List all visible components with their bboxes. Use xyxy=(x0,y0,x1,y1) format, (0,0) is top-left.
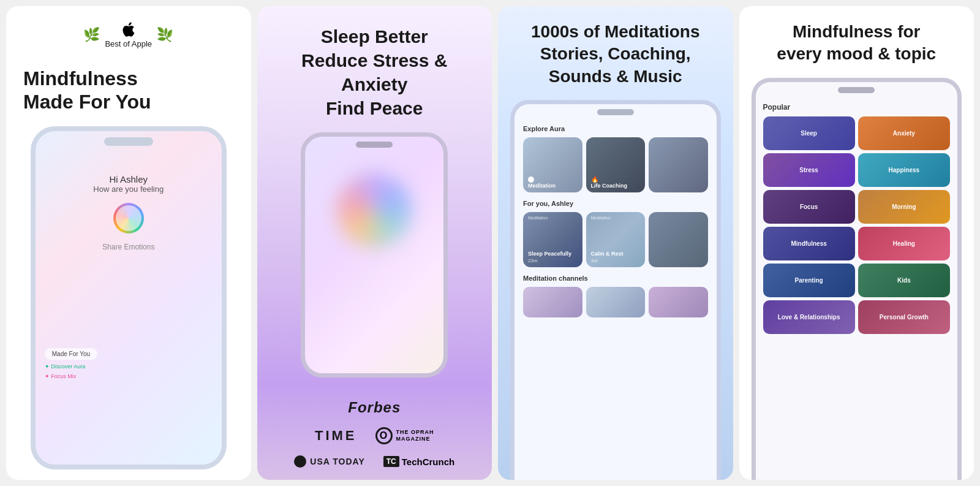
phone-notch-1 xyxy=(104,137,153,146)
explore-label: Explore Aura xyxy=(523,125,708,132)
phone-bottom-nav: Made For You ✦ Discover Aura ✦ Focus Mix xyxy=(36,342,222,465)
calm-type-label: Meditation xyxy=(591,216,611,220)
topic-card-kids[interactable]: Kids xyxy=(858,264,950,297)
explore-section: Explore Aura Meditation 🔥 Life Coaching … xyxy=(523,125,708,317)
panel-4: Mindfulness for every mood & topic Popul… xyxy=(739,6,974,480)
coaching-flame-icon: 🔥 xyxy=(591,176,598,183)
calm-card: Meditation Calm & Rest 3m xyxy=(586,212,646,267)
phone-notch-4 xyxy=(838,87,875,93)
panel-3: 1000s of Meditations Stories, Coaching, … xyxy=(498,6,733,480)
panel-1: 🌿 Best of Apple 🌿 Mindfulness Made For Y… xyxy=(6,6,251,480)
calm-title: Calm & Rest xyxy=(591,251,624,257)
sleep-card: Meditation Sleep Peacefully 23m xyxy=(523,212,582,267)
aura-glow xyxy=(337,173,411,247)
panel-3-headline: 1000s of Meditations Stories, Coaching, … xyxy=(510,21,721,88)
topic-card-love-&-relationships[interactable]: Love & Relationships xyxy=(763,300,855,334)
sleep-type-label: Meditation xyxy=(528,216,548,220)
phone-notch-3 xyxy=(597,109,634,115)
channel-card-3 xyxy=(649,287,708,317)
topic-card-personal-growth[interactable]: Personal Growth xyxy=(858,300,950,334)
explore-cards-row: Meditation 🔥 Life Coaching xyxy=(523,137,708,192)
greeting-text: Hi Ashley xyxy=(93,174,164,184)
for-you-cards-row: Meditation Sleep Peacefully 23m Meditati… xyxy=(523,212,708,267)
usa-dot-icon xyxy=(294,455,306,468)
discover-aura-pill: ✦ Discover Aura xyxy=(45,363,213,370)
forbes-logo: Forbes xyxy=(348,399,401,416)
popular-label: Popular xyxy=(763,103,951,112)
meditation-dot-icon xyxy=(528,177,534,183)
phone-mockup-1: Hi Ashley How are you feeling Share Emot… xyxy=(23,126,234,480)
time-logo: TIME xyxy=(315,428,357,444)
channel-card-2 xyxy=(586,287,646,317)
topic-card-stress[interactable]: Stress xyxy=(763,153,855,187)
made-for-you-pill: Made For You xyxy=(45,348,97,360)
focus-mix-pill: ✦ Focus Mix xyxy=(45,373,213,379)
media-row-2: TIME O THE OPRAHMAGAZINE xyxy=(315,427,434,444)
for-you-label: For you, Ashley xyxy=(523,200,708,207)
topics-grid: SleepAnxietyStressHappinessFocusMorningM… xyxy=(763,116,951,334)
panel-1-headline: Mindfulness Made For You xyxy=(23,67,234,114)
media-logos: Forbes TIME O THE OPRAHMAGAZINE USA TODA… xyxy=(294,399,454,468)
phone-mockup-2 xyxy=(301,132,448,378)
topic-card-mindfulness[interactable]: Mindfulness xyxy=(763,227,855,260)
best-of-apple-header: 🌿 Best of Apple 🌿 xyxy=(23,21,234,48)
sleep-title: Sleep Peacefully xyxy=(528,251,571,257)
meditation-card-label: Meditation xyxy=(528,183,556,189)
channel-card-1 xyxy=(523,287,582,317)
sleep-time: 23m xyxy=(528,258,538,264)
topic-card-healing[interactable]: Healing xyxy=(858,227,950,260)
apple-icon xyxy=(120,21,137,38)
phone-mockup-3: Explore Aura Meditation 🔥 Life Coaching … xyxy=(510,100,721,480)
media-row-1: Forbes xyxy=(348,399,401,416)
phone-content-1: Hi Ashley How are you feeling Share Emot… xyxy=(93,174,164,251)
channel-cards-row xyxy=(523,287,708,317)
question-text: How are you feeling xyxy=(93,184,164,194)
usa-today-logo: USA TODAY xyxy=(294,455,364,468)
phone-screen-1: Hi Ashley How are you feeling Share Emot… xyxy=(31,126,227,469)
aura-orb xyxy=(113,203,144,234)
topic-card-anxiety[interactable]: Anxiety xyxy=(858,116,950,150)
meditation-card: Meditation xyxy=(523,137,582,192)
techcrunch-logo: TC TechCrunch xyxy=(383,456,454,467)
channels-label: Meditation channels xyxy=(523,275,708,282)
share-emotions-text: Share Emotions xyxy=(93,243,164,251)
panel-2: Sleep Better Reduce Stress & Anxiety Fin… xyxy=(257,6,492,480)
calm-time: 3m xyxy=(591,258,598,264)
extra-card-2 xyxy=(649,212,708,267)
oprah-o-icon: O xyxy=(375,427,393,444)
phone-notch-2 xyxy=(356,142,393,148)
topic-card-parenting[interactable]: Parenting xyxy=(763,264,855,297)
topic-card-sleep[interactable]: Sleep xyxy=(763,116,855,150)
media-row-3: USA TODAY TC TechCrunch xyxy=(294,455,454,468)
topic-card-happiness[interactable]: Happiness xyxy=(858,153,950,187)
laurel-right-icon: 🌿 xyxy=(157,27,173,43)
oprah-text: THE OPRAHMAGAZINE xyxy=(396,429,434,442)
laurel-left-icon: 🌿 xyxy=(83,27,100,43)
topic-card-focus[interactable]: Focus xyxy=(763,190,855,224)
topic-card-morning[interactable]: Morning xyxy=(858,190,950,224)
best-of-text: Best of Apple xyxy=(105,39,152,48)
extra-card xyxy=(649,137,708,192)
panel-2-headline: Sleep Better Reduce Stress & Anxiety Fin… xyxy=(270,25,480,120)
oprah-logo: O THE OPRAHMAGAZINE xyxy=(375,427,434,444)
tc-icon: TC xyxy=(383,456,399,467)
panel-4-headline: Mindfulness for every mood & topic xyxy=(752,21,962,66)
coaching-card: 🔥 Life Coaching xyxy=(586,137,646,192)
coaching-card-label: Life Coaching xyxy=(591,183,628,189)
phone-mockup-4: Popular SleepAnxietyStressHappinessFocus… xyxy=(752,78,962,480)
